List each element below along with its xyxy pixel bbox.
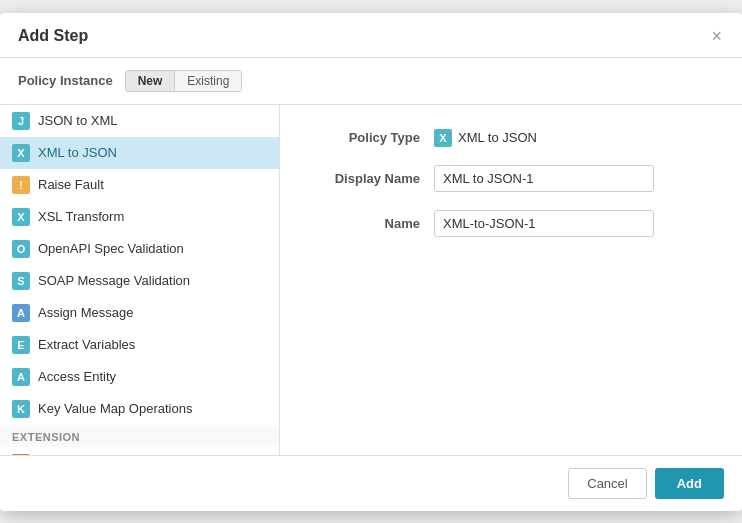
name-input[interactable] [434, 210, 654, 237]
display-name-row: Display Name [310, 165, 712, 192]
policy-type-value: XML to JSON [458, 130, 537, 145]
list-item-xml-to-json[interactable]: X XML to JSON [0, 137, 279, 169]
cancel-button[interactable]: Cancel [568, 468, 646, 499]
list-item-key-value-map-operations[interactable]: K Key Value Map Operations [0, 393, 279, 425]
list-item-json-to-xml[interactable]: J JSON to XML [0, 105, 279, 137]
list-item-xsl-transform[interactable]: X XSL Transform [0, 201, 279, 233]
policy-type-icon: X [434, 129, 452, 147]
access-entity-icon: A [12, 368, 30, 386]
kvm-label: Key Value Map Operations [38, 401, 192, 416]
extension-section-label: EXTENSION [0, 425, 279, 447]
list-item-soap-message-validation[interactable]: S SOAP Message Validation [0, 265, 279, 297]
openapi-label: OpenAPI Spec Validation [38, 241, 184, 256]
policy-list: J JSON to XML X XML to JSON ! Raise Faul… [0, 105, 280, 455]
soap-icon: S [12, 272, 30, 290]
name-row: Name [310, 210, 712, 237]
extract-variables-label: Extract Variables [38, 337, 135, 352]
policy-type-display: X XML to JSON [434, 129, 537, 147]
name-label: Name [310, 216, 420, 231]
xsl-transform-label: XSL Transform [38, 209, 124, 224]
dialog-title: Add Step [18, 27, 88, 45]
json-to-xml-icon: J [12, 112, 30, 130]
raise-fault-icon: ! [12, 176, 30, 194]
dialog-body: J JSON to XML X XML to JSON ! Raise Faul… [0, 105, 742, 455]
xsl-transform-icon: X [12, 208, 30, 226]
extract-variables-icon: E [12, 336, 30, 354]
add-step-dialog: Add Step × Policy Instance New Existing … [0, 13, 742, 511]
list-item-raise-fault[interactable]: ! Raise Fault [0, 169, 279, 201]
access-entity-label: Access Entity [38, 369, 116, 384]
xml-to-json-label: XML to JSON [38, 145, 117, 160]
dialog-header: Add Step × [0, 13, 742, 58]
policy-instance-row: Policy Instance New Existing [0, 58, 742, 105]
json-to-xml-label: JSON to XML [38, 113, 117, 128]
kvm-icon: K [12, 400, 30, 418]
list-item-openapi-spec-validation[interactable]: O OpenAPI Spec Validation [0, 233, 279, 265]
assign-message-icon: A [12, 304, 30, 322]
existing-toggle-button[interactable]: Existing [175, 71, 241, 91]
list-item-extract-variables[interactable]: E Extract Variables [0, 329, 279, 361]
policy-type-row: Policy Type X XML to JSON [310, 129, 712, 147]
close-button[interactable]: × [709, 27, 724, 45]
policy-detail-panel: Policy Type X XML to JSON Display Name N… [280, 105, 742, 455]
assign-message-label: Assign Message [38, 305, 133, 320]
list-item-java-callout[interactable]: J Java Callout [0, 447, 279, 455]
openapi-icon: O [12, 240, 30, 258]
raise-fault-label: Raise Fault [38, 177, 104, 192]
list-item-access-entity[interactable]: A Access Entity [0, 361, 279, 393]
display-name-input[interactable] [434, 165, 654, 192]
list-item-assign-message[interactable]: A Assign Message [0, 297, 279, 329]
xml-to-json-icon: X [12, 144, 30, 162]
dialog-footer: Cancel Add [0, 455, 742, 511]
display-name-label: Display Name [310, 171, 420, 186]
policy-instance-toggle-group: New Existing [125, 70, 243, 92]
soap-label: SOAP Message Validation [38, 273, 190, 288]
java-callout-icon: J [12, 454, 30, 455]
policy-instance-label: Policy Instance [18, 73, 113, 88]
policy-type-label: Policy Type [310, 130, 420, 145]
add-button[interactable]: Add [655, 468, 724, 499]
new-toggle-button[interactable]: New [126, 71, 176, 91]
